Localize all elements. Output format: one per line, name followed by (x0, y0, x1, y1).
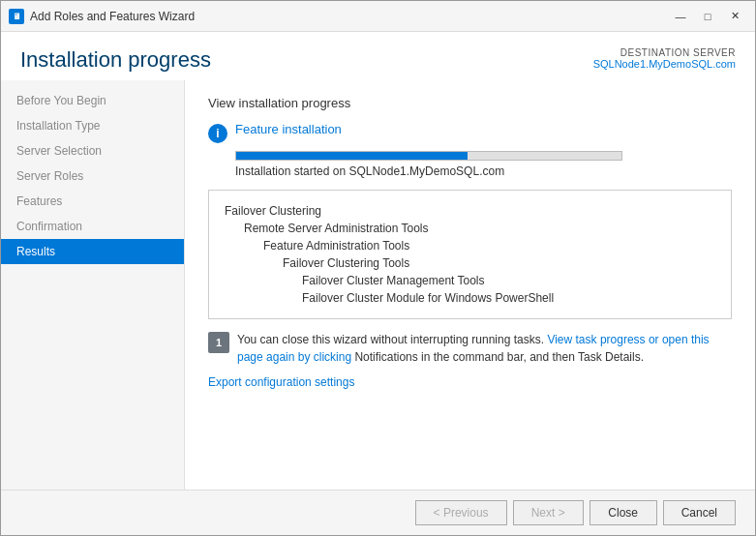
wizard-window: 🖥 Add Roles and Features Wizard — □ ✕ In… (0, 0, 756, 536)
sidebar-item-results[interactable]: Results (1, 239, 184, 264)
installation-started-text: Installation started on SQLNode1.MyDemoS… (235, 164, 732, 178)
feature-item-1: Remote Server Administration Tools (225, 220, 715, 237)
server-name: SQLNode1.MyDemoSQL.com (593, 58, 736, 70)
close-button[interactable]: Close (590, 500, 657, 525)
feature-installation-row: i Feature installation (208, 122, 732, 143)
feature-installation-label: Feature installation (235, 122, 342, 136)
app-icon: 🖥 (9, 9, 24, 24)
sidebar: Before You Begin Installation Type Serve… (1, 80, 185, 490)
main-content: View installation progress i Feature ins… (185, 80, 755, 490)
notice-text: You can close this wizard without interr… (237, 331, 732, 366)
sidebar-item-server-selection[interactable]: Server Selection (1, 138, 184, 164)
info-icon: i (208, 124, 227, 143)
feature-item-0: Failover Clustering (225, 202, 715, 220)
destination-label: DESTINATION SERVER (593, 47, 736, 58)
feature-item-2: Feature Administration Tools (225, 237, 715, 254)
cancel-button[interactable]: Cancel (663, 500, 736, 525)
feature-item-4: Failover Cluster Management Tools (225, 272, 715, 289)
export-link[interactable]: Export configuration settings (208, 375, 354, 389)
feature-item-5: Failover Cluster Module for Windows Powe… (225, 289, 715, 307)
maximize-button[interactable]: □ (695, 7, 720, 26)
wizard-body: Installation progress DESTINATION SERVER… (1, 32, 755, 535)
previous-button[interactable]: < Previous (415, 500, 507, 525)
progress-bar-track (235, 151, 622, 161)
close-window-button[interactable]: ✕ (722, 7, 747, 26)
features-box: Failover Clustering Remote Server Admini… (208, 190, 732, 319)
title-bar-text: Add Roles and Features Wizard (30, 10, 668, 23)
notice-icon: 1 (208, 332, 229, 353)
destination-server-info: DESTINATION SERVER SQLNode1.MyDemoSQL.co… (593, 47, 736, 70)
section-title: View installation progress (208, 96, 732, 110)
wizard-content: Before You Begin Installation Type Serve… (1, 80, 755, 490)
window-controls: — □ ✕ (668, 7, 747, 26)
progress-bar-fill (236, 152, 468, 160)
sidebar-item-server-roles[interactable]: Server Roles (1, 164, 184, 189)
notice-link[interactable]: View task progress or open this page aga… (237, 333, 710, 364)
notice-section: 1 You can close this wizard without inte… (208, 331, 732, 366)
sidebar-item-installation-type[interactable]: Installation Type (1, 113, 184, 138)
title-bar: 🖥 Add Roles and Features Wizard — □ ✕ (1, 1, 755, 32)
sidebar-item-before-you-begin[interactable]: Before You Begin (1, 88, 184, 113)
wizard-header: Installation progress DESTINATION SERVER… (1, 32, 755, 80)
progress-bar-container (235, 151, 732, 161)
sidebar-item-features[interactable]: Features (1, 189, 184, 214)
sidebar-item-confirmation[interactable]: Confirmation (1, 214, 184, 239)
minimize-button[interactable]: — (668, 7, 693, 26)
wizard-footer: < Previous Next > Close Cancel (1, 490, 755, 535)
page-title: Installation progress (20, 47, 211, 73)
next-button[interactable]: Next > (513, 500, 584, 525)
feature-item-3: Failover Clustering Tools (225, 254, 715, 272)
